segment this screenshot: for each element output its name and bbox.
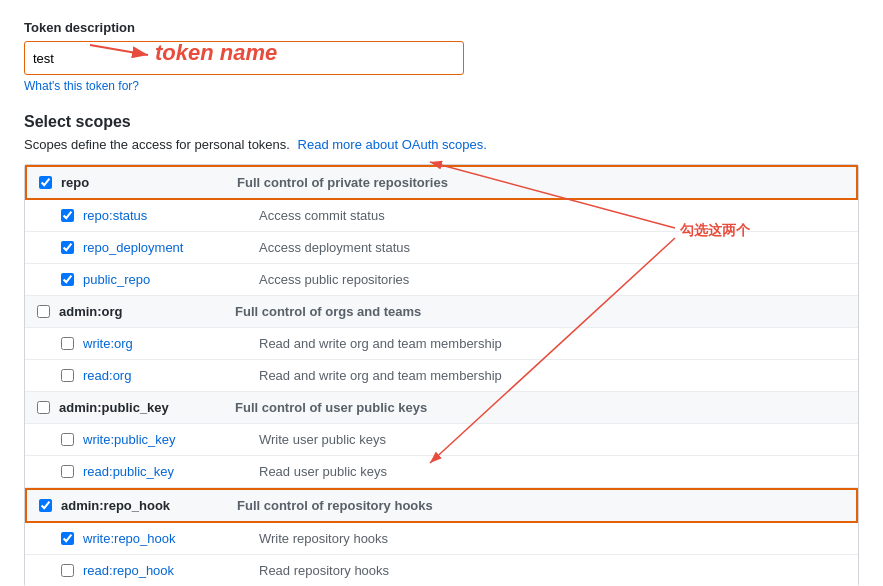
- repo-status-checkbox[interactable]: [61, 209, 74, 222]
- scope-row-read-org: read:org Read and write org and team mem…: [25, 360, 858, 392]
- scope-row-public-repo: public_repo Access public repositories: [25, 264, 858, 296]
- token-input[interactable]: [24, 41, 464, 75]
- write-org-checkbox[interactable]: [61, 337, 74, 350]
- scope-row-admin-repo-hook: admin:repo_hook Full control of reposito…: [25, 488, 858, 523]
- read-repo-hook-desc: Read repository hooks: [243, 563, 846, 578]
- write-repo-hook-name: write:repo_hook: [83, 531, 243, 546]
- read-repo-hook-checkbox[interactable]: [61, 564, 74, 577]
- write-org-name: write:org: [83, 336, 243, 351]
- public-repo-name: public_repo: [83, 272, 243, 287]
- scope-row-repo-status: repo:status Access commit status: [25, 200, 858, 232]
- read-repo-hook-name: read:repo_hook: [83, 563, 243, 578]
- scope-row-write-org: write:org Read and write org and team me…: [25, 328, 858, 360]
- read-org-desc: Read and write org and team membership: [243, 368, 846, 383]
- repo-status-desc: Access commit status: [243, 208, 846, 223]
- write-org-desc: Read and write org and team membership: [243, 336, 846, 351]
- admin-org-checkbox[interactable]: [37, 305, 50, 318]
- scope-row-write-repo-hook: write:repo_hook Write repository hooks: [25, 523, 858, 555]
- scopes-description: Scopes define the access for personal to…: [24, 137, 859, 152]
- write-public-key-checkbox[interactable]: [61, 433, 74, 446]
- repo-checkbox[interactable]: [39, 176, 52, 189]
- repo-deployment-name: repo_deployment: [83, 240, 243, 255]
- write-repo-hook-checkbox[interactable]: [61, 532, 74, 545]
- repo-deployment-desc: Access deployment status: [243, 240, 846, 255]
- admin-public-key-checkbox[interactable]: [37, 401, 50, 414]
- read-public-key-checkbox[interactable]: [61, 465, 74, 478]
- select-scopes-section: Select scopes Scopes define the access f…: [24, 113, 859, 586]
- write-public-key-desc: Write user public keys: [243, 432, 846, 447]
- read-org-name: read:org: [83, 368, 243, 383]
- whats-this-link[interactable]: What's this token for?: [24, 79, 139, 93]
- repo-status-name: repo:status: [83, 208, 243, 223]
- select-scopes-title: Select scopes: [24, 113, 859, 131]
- admin-public-key-desc: Full control of user public keys: [219, 400, 846, 415]
- scope-row-read-public-key: read:public_key Read user public keys: [25, 456, 858, 488]
- repo-checkbox-cell[interactable]: [39, 176, 61, 189]
- repo-deployment-checkbox[interactable]: [61, 241, 74, 254]
- read-public-key-name: read:public_key: [83, 464, 243, 479]
- scope-row-admin-public-key: admin:public_key Full control of user pu…: [25, 392, 858, 424]
- public-repo-checkbox[interactable]: [61, 273, 74, 286]
- admin-repo-hook-checkbox[interactable]: [39, 499, 52, 512]
- oauth-scopes-link[interactable]: Read more about OAuth scopes.: [298, 137, 487, 152]
- repo-scope-name: repo: [61, 175, 221, 190]
- write-public-key-name: write:public_key: [83, 432, 243, 447]
- read-public-key-desc: Read user public keys: [243, 464, 846, 479]
- scope-row-admin-org: admin:org Full control of orgs and teams: [25, 296, 858, 328]
- scope-row-read-repo-hook: read:repo_hook Read repository hooks: [25, 555, 858, 586]
- scope-row-write-public-key: write:public_key Write user public keys: [25, 424, 858, 456]
- admin-org-desc: Full control of orgs and teams: [219, 304, 846, 319]
- admin-repo-hook-desc: Full control of repository hooks: [221, 498, 844, 513]
- admin-repo-hook-name: admin:repo_hook: [61, 498, 221, 513]
- repo-scope-desc: Full control of private repositories: [221, 175, 844, 190]
- scope-row-repo-deployment: repo_deployment Access deployment status: [25, 232, 858, 264]
- write-repo-hook-desc: Write repository hooks: [243, 531, 846, 546]
- admin-public-key-name: admin:public_key: [59, 400, 219, 415]
- scope-row-repo: repo Full control of private repositorie…: [25, 165, 858, 200]
- read-org-checkbox[interactable]: [61, 369, 74, 382]
- public-repo-desc: Access public repositories: [243, 272, 846, 287]
- token-description-label: Token description: [24, 20, 859, 35]
- token-description-section: Token description What's this token for?: [24, 20, 859, 93]
- scopes-table: repo Full control of private repositorie…: [24, 164, 859, 586]
- admin-org-name: admin:org: [59, 304, 219, 319]
